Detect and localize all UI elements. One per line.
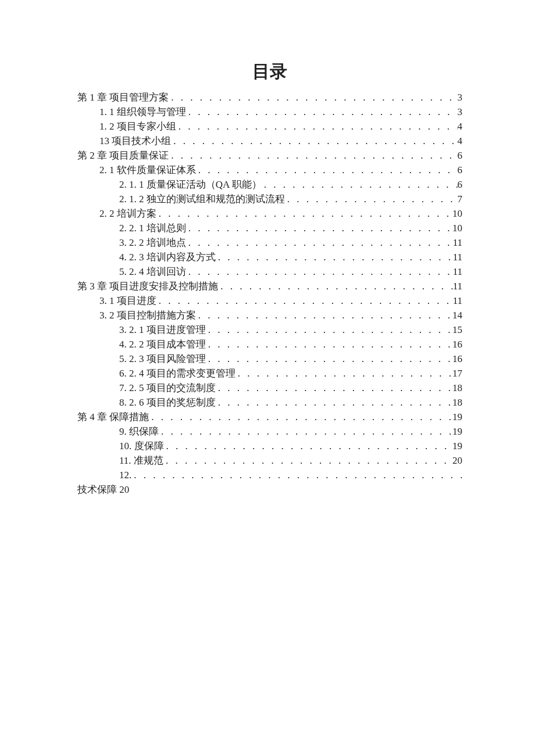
toc-entry-page: 11 xyxy=(453,264,462,279)
toc-title: 目录 xyxy=(77,64,462,78)
dot-leader xyxy=(164,439,453,453)
toc-entry: 2. 1. 1 质量保证活动（QA 职能） 6 xyxy=(77,177,462,192)
toc-entry-label: 8. 2. 6 项目的奖惩制度 xyxy=(119,395,216,410)
toc-entry-page: 18 xyxy=(452,381,462,395)
toc-entry: 第 1 章 项目管理方案 3 xyxy=(77,90,462,105)
toc-entry: 4. 2. 2 项目成本管理16 xyxy=(77,337,462,352)
toc-entry-page: 7 xyxy=(458,192,463,206)
dot-leader xyxy=(159,424,452,439)
toc-entry-page: 6 xyxy=(458,163,463,177)
toc-entry: 5. 2. 3 项目风险管理16 xyxy=(77,352,462,366)
toc-entry-page: 10 xyxy=(452,206,462,221)
toc-entry-label: 第 1 章 项目管理方案 xyxy=(77,90,169,105)
dot-leader xyxy=(186,264,453,279)
dot-leader xyxy=(156,206,452,221)
dot-leader xyxy=(169,148,457,163)
toc-entry-page: 19 xyxy=(452,424,462,439)
dot-leader xyxy=(176,119,458,134)
toc-entry: 4. 2. 3 培训内容及方式11 xyxy=(77,250,462,264)
dot-leader xyxy=(206,337,452,352)
dot-leader xyxy=(262,177,458,192)
toc-entry: 10. 度保障 19 xyxy=(77,439,462,453)
toc-entry-label: 1. 1 组织领导与管理 xyxy=(99,105,186,119)
toc-entry-label: 3. 2 项目控制措施方案 xyxy=(99,308,196,323)
toc-entry-page: 15 xyxy=(452,323,462,337)
toc-entry-label: 5. 2. 3 项目风险管理 xyxy=(119,352,206,366)
document-page: 目录 第 1 章 项目管理方案 31. 1 组织领导与管理31. 2 项目专家小… xyxy=(0,0,535,756)
dot-leader xyxy=(171,134,457,148)
toc-entry-label: 6. 2. 4 项目的需求变更管理 xyxy=(119,366,236,381)
dot-leader xyxy=(186,221,452,235)
toc-entry-label: 第 2 章 项目质量保证 xyxy=(77,148,169,163)
dot-leader xyxy=(216,381,452,395)
toc-entry-label: 第 3 章 项目进度安排及控制措施 xyxy=(77,279,218,293)
dot-leader xyxy=(163,453,452,468)
toc-entry-label: 第 4 章 保障措施 xyxy=(77,410,149,424)
toc-entry-label: 4. 2. 2 项目成本管理 xyxy=(119,337,206,352)
toc-entry: 3. 2. 1 项目进度管理15 xyxy=(77,323,462,337)
toc-entry-page: 11 xyxy=(453,250,462,264)
dot-leader xyxy=(216,395,452,410)
toc-entry-page: 14 xyxy=(452,308,462,323)
toc-entry-label: 2. 1 软件质量保证体系 xyxy=(99,163,196,177)
dot-leader xyxy=(169,90,457,105)
toc-entry: 9. 织保障 19 xyxy=(77,424,462,439)
toc-entry-label: 11. 准规范 xyxy=(119,453,163,468)
toc-entry: 8. 2. 6 项目的奖惩制度18 xyxy=(77,395,462,410)
toc-entry-label: 12. xyxy=(119,468,131,482)
toc-entry-page: 16 xyxy=(452,352,462,366)
toc-entry-label: 2. 2. 1 培训总则 xyxy=(119,221,186,235)
dot-leader xyxy=(206,323,452,337)
toc-entry: 第 4 章 保障措施 19 xyxy=(77,410,462,424)
toc-entry-label: 7. 2. 5 项目的交流制度 xyxy=(119,381,216,395)
toc-entry-page: 19 xyxy=(452,439,462,453)
toc-entry-page: 6 xyxy=(458,148,463,163)
toc-entry: 1. 1 组织领导与管理3 xyxy=(77,105,462,119)
toc-entry: 2. 1. 2 独立的测试组和规范的测试流程7 xyxy=(77,192,462,206)
dot-leader xyxy=(186,105,458,119)
toc-entry-label: 4. 2. 3 培训内容及方式 xyxy=(119,250,216,264)
toc-entry-page: 6 xyxy=(458,177,463,192)
dot-leader xyxy=(216,250,453,264)
dot-leader xyxy=(218,279,452,293)
dot-leader xyxy=(236,366,452,381)
toc-entry: 6. 2. 4 项目的需求变更管理17 xyxy=(77,366,462,381)
orphan-line: 技术保障 20 xyxy=(77,482,462,497)
dot-leader xyxy=(196,163,458,177)
toc-entry-label: 3. 1 项目进度 xyxy=(99,293,156,308)
toc-entry: 5. 2. 4 培训回访11 xyxy=(77,264,462,279)
toc-entry-page: 4 xyxy=(458,119,463,134)
toc-entry: 2. 1 软件质量保证体系6 xyxy=(77,163,462,177)
dot-leader xyxy=(206,352,452,366)
toc-entry-page: 10 xyxy=(452,221,462,235)
dot-leader xyxy=(156,293,453,308)
toc-entry-page: 20 xyxy=(452,453,462,468)
toc-entry: 2. 2 培训方案 10 xyxy=(77,206,462,221)
toc-entry-page: 3 xyxy=(458,90,463,105)
toc-entry-page: 11 xyxy=(453,279,462,293)
toc-entry: 第 3 章 项目进度安排及控制措施 11 xyxy=(77,279,462,293)
toc-entry-page: 17 xyxy=(452,366,462,381)
toc-entry-label: 13 项目技术小组 xyxy=(99,134,171,148)
table-of-contents: 第 1 章 项目管理方案 31. 1 组织领导与管理31. 2 项目专家小组41… xyxy=(77,90,462,482)
toc-entry-page: 11 xyxy=(453,293,462,308)
toc-entry-label: 9. 织保障 xyxy=(119,424,159,439)
toc-entry-page: 19 xyxy=(452,410,462,424)
toc-entry: 11. 准规范 20 xyxy=(77,453,462,468)
toc-entry-label: 2. 2 培训方案 xyxy=(99,206,156,221)
toc-entry-label: 2. 1. 1 质量保证活动（QA 职能） xyxy=(119,177,262,192)
toc-entry: 12. xyxy=(77,468,462,482)
dot-leader xyxy=(186,235,453,250)
toc-entry-label: 3. 2. 1 项目进度管理 xyxy=(119,323,206,337)
toc-entry-page: 4 xyxy=(458,134,463,148)
dot-leader xyxy=(285,192,458,206)
toc-entry-page: 3 xyxy=(458,105,463,119)
dot-leader xyxy=(149,410,452,424)
toc-entry-label: 1. 2 项目专家小组 xyxy=(99,119,176,134)
toc-entry: 3. 1 项目进度 11 xyxy=(77,293,462,308)
toc-entry-label: 3. 2. 2 培训地点 xyxy=(119,235,186,250)
toc-entry: 3. 2 项目控制措施方案 14 xyxy=(77,308,462,323)
toc-entry: 3. 2. 2 培训地点11 xyxy=(77,235,462,250)
toc-entry: 13 项目技术小组4 xyxy=(77,134,462,148)
toc-entry-label: 10. 度保障 xyxy=(119,439,164,453)
